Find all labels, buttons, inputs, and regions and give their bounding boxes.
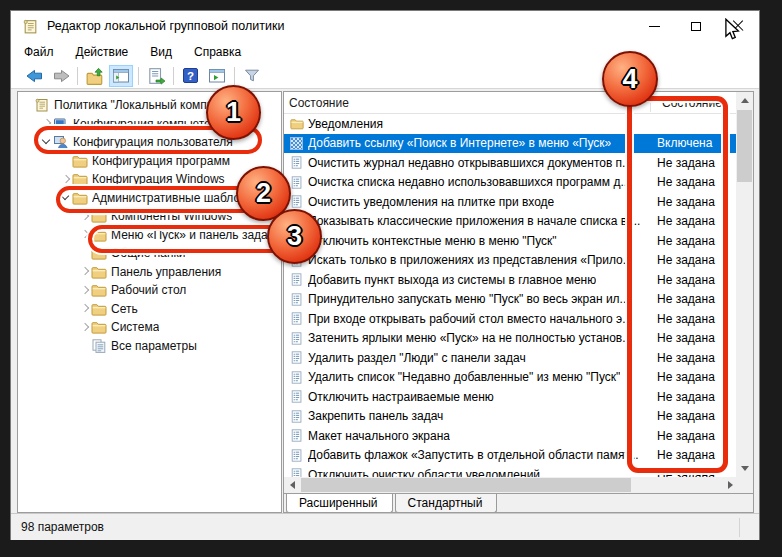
tree-item-admin-templates[interactable]: Административные шаблоны: [18, 189, 281, 208]
folder-icon: [91, 245, 107, 261]
tree-item-desktop[interactable]: Рабочий стол: [18, 281, 281, 300]
computer-icon: [53, 116, 69, 132]
policy-row[interactable]: Удалить список "Недавно добавленные" из …: [284, 368, 738, 388]
forward-arrow-icon: [51, 67, 69, 85]
policy-row[interactable]: Искать только в приложениях из представл…: [284, 251, 738, 271]
folder-icon: [72, 171, 88, 187]
policy-row[interactable]: Затенить ярлыки меню «Пуск» на не полнос…: [284, 329, 738, 349]
tree-item-network[interactable]: Сеть: [18, 300, 281, 319]
policy-row[interactable]: Принудительно запускать меню "Пуск" во в…: [284, 290, 738, 310]
folder-icon: [91, 301, 107, 317]
filter-button[interactable]: [240, 65, 264, 87]
forward-button[interactable]: [48, 65, 72, 87]
tree-item-shared-folders[interactable]: Общие папки: [18, 244, 281, 263]
horizontal-scrollbar[interactable]: [284, 477, 738, 493]
user-icon: [53, 134, 69, 150]
chevron-right-icon[interactable]: [79, 229, 91, 241]
policy-icon: [290, 292, 304, 307]
menu-action[interactable]: Действие: [67, 42, 138, 62]
folder-icon: [290, 116, 304, 131]
policy-row[interactable]: Отключить настраиваемые меню Не задана: [284, 387, 738, 407]
scroll-up-icon: [741, 98, 749, 103]
policy-row[interactable]: Очистка списка недавно использовавшихся …: [284, 173, 738, 193]
policy-row[interactable]: При входе открывать рабочий стол вместо …: [284, 309, 738, 329]
folder-icon: [91, 208, 107, 224]
chevron-down-icon[interactable]: [41, 136, 53, 148]
tree-item-software-settings[interactable]: Конфигурация программ: [18, 152, 281, 171]
chevron-right-icon[interactable]: [79, 321, 91, 333]
policy-row[interactable]: Отключить очистку области уведомлений Не…: [284, 465, 738, 477]
policy-row[interactable]: Добавить пункт выхода из системы в главн…: [284, 270, 738, 290]
column-header-state[interactable]: Состояние: [662, 96, 722, 110]
vertical-scroll-thumb[interactable]: [737, 110, 752, 182]
chevron-down-icon[interactable]: [60, 192, 72, 204]
tree-item-windows-settings[interactable]: Конфигурация Windows: [18, 170, 281, 189]
policy-icon: [290, 448, 304, 463]
policy-row[interactable]: Удалить раздел "Люди" с панели задач Не …: [284, 348, 738, 368]
back-button[interactable]: [22, 65, 46, 87]
chevron-spacer: [79, 340, 91, 352]
help-button[interactable]: [179, 65, 203, 87]
policy-icon: [290, 331, 304, 346]
chevron-right-icon[interactable]: [41, 118, 53, 130]
chevron-right-icon[interactable]: [79, 266, 91, 278]
status-divider: [739, 518, 740, 537]
menu-help[interactable]: Справка: [185, 42, 250, 62]
tree-item-user-config[interactable]: Конфигурация пользователя: [18, 133, 281, 152]
policy-row[interactable]: Закрепить панель задач Не задана: [284, 407, 738, 427]
policy-row[interactable]: Показывать классические приложения в нач…: [284, 212, 738, 232]
minimize-button[interactable]: [633, 11, 675, 41]
policy-row-selected[interactable]: Добавить ссылку «Поиск в Интернете» в ме…: [284, 134, 738, 154]
back-arrow-icon: [25, 67, 43, 85]
status-bar: 98 параметров: [11, 513, 759, 540]
tree-item-start-menu-taskbar[interactable]: Меню «Пуск» и панель задач: [18, 226, 281, 245]
policy-icon: [290, 214, 304, 229]
tree-item-control-panel[interactable]: Панель управления: [18, 263, 281, 282]
policy-row[interactable]: Отключить контекстные меню в меню "Пуск"…: [284, 231, 738, 251]
chevron-right-icon[interactable]: [60, 173, 72, 185]
tree-item-root[interactable]: Политика "Локальный компьютер": [18, 96, 281, 115]
window-title: Редактор локальной групповой политики: [47, 19, 284, 33]
policy-icon: [290, 155, 304, 170]
show-new-window-button[interactable]: [205, 65, 229, 87]
scroll-right-icon: [728, 481, 733, 489]
column-divider[interactable]: [650, 94, 651, 112]
tree-item-computer-config[interactable]: Конфигурация компьютера: [18, 115, 281, 134]
tab-standard[interactable]: Стандартный: [395, 494, 498, 513]
menu-view[interactable]: Вид: [141, 42, 181, 62]
tree-item-all-settings[interactable]: Все параметры: [18, 337, 281, 356]
menu-file[interactable]: Файл: [15, 42, 63, 62]
scroll-icon: [34, 97, 50, 113]
maximize-button[interactable]: [675, 11, 717, 41]
tab-extended[interactable]: Расширенный: [286, 494, 393, 513]
policy-row[interactable]: Очистить уведомления на плитке при входе…: [284, 192, 738, 212]
tree-item-windows-components[interactable]: Компоненты Windows: [18, 207, 281, 226]
screenshot-stage: Редактор локальной групповой политики Фа…: [0, 0, 782, 557]
chevron-right-icon[interactable]: [79, 303, 91, 315]
policy-row[interactable]: Добавить флажок «Запустить в отдельной о…: [284, 446, 738, 466]
toolbar-separator: [173, 67, 174, 85]
minimize-icon: [649, 26, 660, 27]
chevron-right-icon[interactable]: [79, 284, 91, 296]
folder-icon: [91, 319, 107, 335]
scroll-up-button[interactable]: [736, 92, 753, 109]
scroll-left-button[interactable]: [284, 477, 300, 493]
tree-item-system[interactable]: Система: [18, 318, 281, 337]
export-list-button[interactable]: [144, 65, 168, 87]
list-row-folder[interactable]: Уведомления: [284, 114, 738, 134]
policy-row[interactable]: Очистить журнал недавно открывавшихся до…: [284, 153, 738, 173]
folder-icon: [72, 190, 88, 206]
vertical-scrollbar[interactable]: [736, 92, 753, 477]
horizontal-scroll-thumb[interactable]: [301, 478, 631, 492]
policy-icon: [290, 409, 304, 424]
policy-row[interactable]: Макет начального экрана Не задана: [284, 426, 738, 446]
column-header-name[interactable]: Состояние: [289, 96, 349, 110]
chevron-right-icon[interactable]: [79, 210, 91, 222]
app-scroll-icon: [22, 18, 39, 35]
title-bar: Редактор локальной групповой политики: [11, 11, 759, 41]
show-console-tree-button[interactable]: [109, 65, 133, 87]
scroll-down-button[interactable]: [736, 460, 753, 477]
filter-icon: [243, 67, 261, 85]
chevron-spacer: [79, 247, 91, 259]
up-one-level-button[interactable]: [83, 65, 107, 87]
